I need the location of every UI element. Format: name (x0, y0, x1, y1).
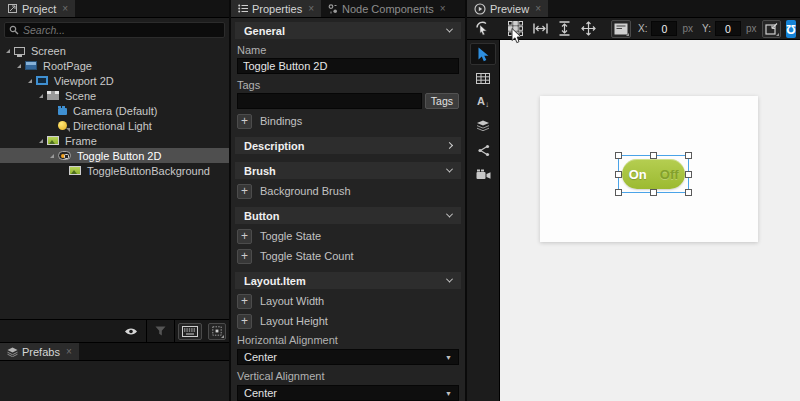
tags-input-row: Tags (237, 93, 459, 109)
node-components-tab-label: Node Components (342, 3, 434, 15)
select-arrow-tool[interactable] (470, 43, 496, 65)
preview-canvas[interactable]: On Off (500, 40, 800, 401)
dropdown-arrow-icon: ▼ (445, 354, 452, 361)
close-icon[interactable]: × (440, 4, 446, 14)
x-coordinate-input[interactable] (651, 21, 677, 36)
resize-handle-nw[interactable] (615, 152, 622, 159)
table-tool[interactable] (470, 67, 496, 89)
fit-screen-tool[interactable] (577, 19, 600, 39)
tab-preview[interactable]: Preview × (467, 0, 548, 17)
grid-layout-tool[interactable] (504, 19, 527, 39)
layers-tool[interactable] (470, 115, 496, 137)
image-icon (47, 136, 59, 145)
tree-item-togglebuttonbackground[interactable]: ToggleButtonBackground (0, 163, 229, 178)
property-row-layout-width: +Layout Width (237, 293, 459, 309)
tree-item-directional-light[interactable]: Directional Light (0, 118, 229, 133)
filter-icon[interactable] (147, 320, 174, 343)
tree-item-rootpage[interactable]: RootPage (0, 58, 229, 73)
camera-tool[interactable] (470, 163, 496, 185)
camera-icon (476, 169, 491, 180)
tree-item-viewport-2d[interactable]: Viewport 2D (0, 73, 229, 88)
tree-expander-icon[interactable] (50, 154, 54, 158)
section-header-brush[interactable]: Brush (235, 162, 461, 179)
node-connections-tool[interactable] (470, 139, 496, 161)
search-input[interactable]: Search... (4, 22, 225, 38)
tree-item-toggle-button-2d[interactable]: Toggle Button 2D (0, 148, 229, 163)
resize-handle-se[interactable] (685, 189, 692, 196)
text-tool-icon: A↓ (477, 96, 489, 109)
chevron-right-icon (446, 142, 453, 149)
tab-prefabs[interactable]: Prefabs × (0, 343, 79, 360)
preview-tab-label: Preview (490, 3, 529, 15)
analyze-overlay-tool[interactable] (611, 20, 631, 38)
y-coordinate-input[interactable] (715, 21, 741, 36)
kanzi-studio-window: Project × Search... ScreenRootPageViewpo… (0, 0, 800, 401)
close-icon[interactable]: × (66, 347, 72, 357)
virtual-keyboard-icon[interactable] (178, 323, 202, 340)
dock-options-icon[interactable] (208, 323, 226, 340)
close-icon[interactable]: × (62, 4, 68, 14)
snap-magnet-toggle[interactable]: Ω (786, 20, 796, 38)
toggle-button-2d[interactable]: On Off (622, 159, 685, 189)
properties-tab-label: Properties (252, 3, 302, 15)
section-header-button[interactable]: Button (235, 207, 461, 224)
tree-expander-icon[interactable] (39, 94, 43, 98)
tree-expander-icon[interactable] (28, 79, 32, 83)
tree-expander-icon[interactable] (39, 139, 43, 143)
add-toggle-state-button[interactable]: + (237, 229, 252, 244)
add-layout-width-button[interactable]: + (237, 294, 252, 309)
tree-item-frame[interactable]: Frame (0, 133, 229, 148)
tree-item-label: ToggleButtonBackground (87, 165, 210, 177)
tree-item-camera-default[interactable]: Camera (Default) (0, 103, 229, 118)
chevron-down-icon (446, 211, 453, 218)
tree-item-label: Scene (65, 90, 96, 102)
preview-artboard[interactable]: On Off (540, 96, 758, 242)
add-background-brush-button[interactable]: + (237, 184, 252, 199)
toggle-on-label: On (622, 167, 654, 182)
resize-handle-n[interactable] (650, 152, 657, 159)
add-toggle-state-count-button[interactable]: + (237, 249, 252, 264)
tree-item-screen[interactable]: Screen (0, 43, 229, 58)
property-label: Layout Width (260, 295, 324, 307)
tree-expander-icon[interactable] (6, 49, 10, 53)
close-icon[interactable]: × (535, 4, 541, 14)
section-header-layout-item[interactable]: Layout.Item (235, 272, 461, 289)
close-icon[interactable]: × (308, 4, 314, 14)
horizontal-alignment-select[interactable]: Center▼ (237, 349, 459, 365)
project-tabbar: Project × (0, 0, 229, 18)
project-footer-toolbar (0, 319, 229, 342)
resize-handle-w[interactable] (615, 171, 622, 178)
preview-tabbar: Preview × (467, 0, 800, 18)
tree-item-scene[interactable]: Scene (0, 88, 229, 103)
tags-button[interactable]: Tags (425, 93, 459, 109)
fit-width-tool[interactable] (529, 19, 552, 39)
camera-icon (58, 108, 67, 115)
tab-project[interactable]: Project × (0, 0, 75, 17)
name-input[interactable] (237, 58, 459, 74)
tags-input[interactable] (237, 93, 422, 109)
resize-handle-ne[interactable] (685, 152, 692, 159)
property-row-background-brush: +Background Brush (237, 183, 459, 199)
vertical-alignment-select[interactable]: Center▼ (237, 385, 459, 401)
transform-gizmo-tool[interactable] (762, 20, 781, 38)
resize-handle-e[interactable] (685, 171, 692, 178)
tree-expander-icon[interactable] (17, 64, 21, 68)
fit-height-tool[interactable] (554, 19, 575, 39)
interact-pick-tool[interactable] (471, 19, 494, 39)
preview-toolbar: X: px Y: px Ω (467, 18, 800, 40)
tab-node-components[interactable]: Node Components × (321, 0, 453, 17)
add-layout-height-button[interactable]: + (237, 314, 252, 329)
select-arrow-icon (477, 47, 490, 62)
mouse-cursor-icon (511, 28, 522, 44)
section-header-description[interactable]: Description (235, 137, 461, 154)
add-bindings-button[interactable]: + (237, 114, 252, 129)
section-header-general[interactable]: General (235, 22, 461, 39)
prefabs-tabbar: Prefabs × (0, 342, 229, 361)
section-header-label: Brush (244, 165, 276, 177)
resize-handle-s[interactable] (650, 189, 657, 196)
resize-handle-sw[interactable] (615, 189, 622, 196)
tab-properties[interactable]: Properties × (231, 0, 321, 17)
tree-item-label: Directional Light (73, 120, 152, 132)
text-tool[interactable]: A↓ (470, 91, 496, 113)
visibility-eye-icon[interactable] (116, 320, 146, 343)
